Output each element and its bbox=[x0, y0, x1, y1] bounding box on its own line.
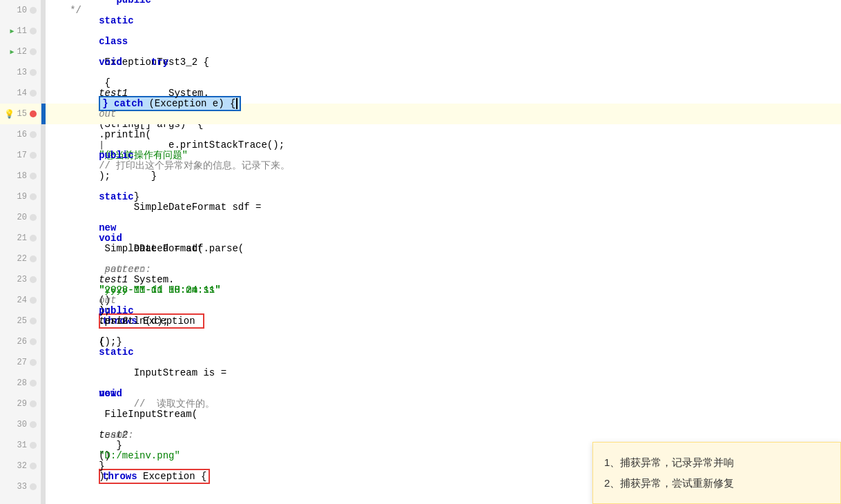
run-icon-12[interactable]: ▶ bbox=[10, 48, 14, 56]
code-area[interactable]: */ public class ExceptionTest3_2 { publi… bbox=[46, 0, 841, 504]
gutter-row-24: 24 bbox=[0, 290, 41, 311]
bp-30[interactable] bbox=[30, 421, 37, 428]
gutter-row-15: 💡 15 bbox=[0, 104, 41, 124]
bp-21[interactable] bbox=[30, 235, 37, 242]
gutter-row-12: ▶ 12 bbox=[0, 41, 41, 62]
line-num-19: 19 bbox=[17, 192, 27, 202]
bp-18[interactable] bbox=[30, 173, 37, 180]
bp-20[interactable] bbox=[30, 214, 37, 221]
bp-26[interactable] bbox=[30, 338, 37, 345]
bp-24[interactable] bbox=[30, 297, 37, 304]
gutter-row-20: 20 bbox=[0, 207, 41, 228]
bp-15[interactable] bbox=[30, 110, 37, 117]
line-num-18: 18 bbox=[17, 171, 27, 181]
line-num-22: 22 bbox=[17, 254, 27, 264]
gutter-row-11: ▶ 11 bbox=[0, 21, 41, 41]
gutter-row-23: 23 bbox=[0, 269, 41, 290]
line-num-17: 17 bbox=[17, 151, 27, 160]
line-number-gutter: 10 ▶ 11 ▶ 12 13 14 💡 15 bbox=[0, 0, 41, 504]
line-num-32: 32 bbox=[17, 461, 27, 471]
gutter-row-13: 13 bbox=[0, 62, 41, 83]
gutter-row-10: 10 bbox=[0, 0, 41, 21]
line-num-21: 21 bbox=[17, 233, 27, 243]
line-num-29: 29 bbox=[17, 399, 27, 409]
gutter-row-21: 21 bbox=[0, 228, 41, 249]
line-num-14: 14 bbox=[17, 88, 27, 98]
line-num-12: 12 bbox=[17, 47, 27, 57]
code-line-30: InputStream is = new FileInputStream( na… bbox=[46, 414, 841, 435]
bp-19[interactable] bbox=[30, 193, 37, 200]
gutter-row-28: 28 bbox=[0, 373, 41, 394]
line-num-13: 13 bbox=[17, 68, 27, 77]
line-num-27: 27 bbox=[17, 358, 27, 367]
editor-container: 10 ▶ 11 ▶ 12 13 14 💡 15 bbox=[0, 0, 841, 504]
line-num-28: 28 bbox=[17, 378, 27, 388]
bp-11[interactable] bbox=[30, 28, 37, 35]
line-num-15: 15 bbox=[17, 109, 27, 119]
gutter-row-25: 25 bbox=[0, 311, 41, 331]
line-num-10: 10 bbox=[17, 6, 27, 15]
run-icon-11[interactable]: ▶ bbox=[10, 27, 14, 35]
gutter-row-32: 32 bbox=[0, 456, 41, 476]
bp-16[interactable] bbox=[30, 131, 37, 138]
gutter-row-16: 16 bbox=[0, 124, 41, 145]
line-num-23: 23 bbox=[17, 275, 27, 284]
tooltip-line-2: 2、捕获异常，尝试重新修复 bbox=[604, 473, 829, 494]
gutter-row-27: 27 bbox=[0, 352, 41, 373]
bp-23[interactable] bbox=[30, 276, 37, 283]
bp-25[interactable] bbox=[30, 318, 37, 324]
tooltip-line-1: 1、捕获异常，记录异常并响 bbox=[604, 452, 829, 473]
line-num-16: 16 bbox=[17, 130, 27, 139]
bulb-icon-15[interactable]: 💡 bbox=[4, 109, 14, 119]
gutter-row-18: 18 bbox=[0, 166, 41, 186]
bp-14[interactable] bbox=[30, 90, 37, 97]
line-num-24: 24 bbox=[17, 295, 27, 305]
bp-17[interactable] bbox=[30, 152, 37, 159]
gutter-row-30: 30 bbox=[0, 414, 41, 435]
line-num-31: 31 bbox=[17, 440, 27, 450]
bp-22[interactable] bbox=[30, 255, 37, 262]
bp-27[interactable] bbox=[30, 359, 37, 366]
gutter-row-22: 22 bbox=[0, 249, 41, 269]
bp-12[interactable] bbox=[30, 48, 37, 55]
line-num-30: 30 bbox=[17, 420, 27, 429]
gutter-row-33: 33 bbox=[0, 476, 41, 497]
gutter-row-19: 19 bbox=[0, 186, 41, 207]
gutter-row-17: 17 bbox=[0, 145, 41, 166]
line-num-25: 25 bbox=[17, 316, 27, 326]
bp-33[interactable] bbox=[30, 483, 37, 490]
bp-10[interactable] bbox=[30, 7, 37, 14]
gutter-row-26: 26 bbox=[0, 331, 41, 352]
line-num-26: 26 bbox=[17, 337, 27, 347]
bp-29[interactable] bbox=[30, 400, 37, 407]
bp-13[interactable] bbox=[30, 69, 37, 76]
line-num-33: 33 bbox=[17, 482, 27, 492]
gutter-row-29: 29 bbox=[0, 394, 41, 414]
bp-28[interactable] bbox=[30, 380, 37, 387]
line-num-11: 11 bbox=[17, 26, 27, 36]
bp-31[interactable] bbox=[30, 442, 37, 449]
line-num-20: 20 bbox=[17, 213, 27, 222]
gutter-row-14: 14 bbox=[0, 83, 41, 104]
tooltip-panel: 1、捕获异常，记录异常并响 2、捕获异常，尝试重新修复 bbox=[592, 442, 841, 504]
gutter-row-31: 31 bbox=[0, 435, 41, 456]
bp-32[interactable] bbox=[30, 463, 37, 469]
